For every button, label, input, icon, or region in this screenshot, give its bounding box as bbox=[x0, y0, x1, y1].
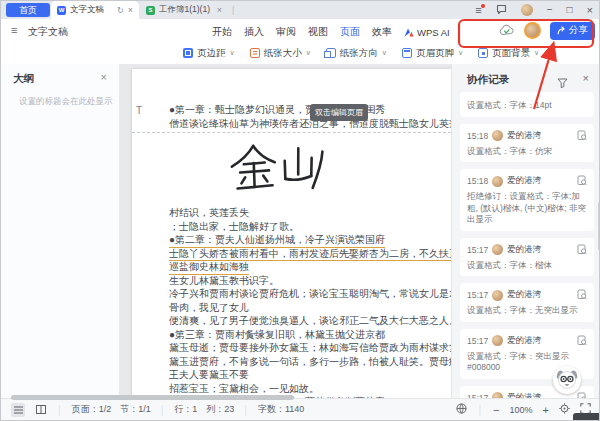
cursor-marker: T bbox=[136, 105, 142, 116]
sync-icon[interactable]: ↻ bbox=[117, 6, 124, 15]
titlebar-user-avatar[interactable] bbox=[521, 4, 533, 16]
document-line[interactable]: 士隐丫头娇杏被雨村看中，雨村发迹后先娶娇杏为二房，不久扶正。雨村因贪酷被革职，给 bbox=[169, 247, 451, 261]
page-background-dropdown[interactable]: 页面背景 ∨ bbox=[478, 47, 539, 60]
tab-document-label: 文字文稿 bbox=[70, 4, 113, 16]
document-line[interactable]: 巡盐御史林如海独 bbox=[169, 260, 451, 274]
paper-size-dropdown[interactable]: 纸张大小 ∨ bbox=[250, 47, 311, 60]
zoom-in-button[interactable]: + bbox=[543, 404, 549, 416]
close-tab-icon[interactable]: × bbox=[217, 5, 222, 15]
close-window-icon[interactable]: × bbox=[587, 5, 593, 16]
zoom-level[interactable]: 100% bbox=[510, 405, 533, 415]
outline-view-toggle-icon[interactable] bbox=[11, 403, 25, 417]
word-count[interactable]: 字数：1140 bbox=[258, 403, 304, 416]
document-line[interactable]: 黛玉母逝；贾母要接外孙女黛玉；林如海写信给贾政为雨村谋求复职。 bbox=[169, 341, 451, 355]
margins-icon bbox=[183, 48, 193, 58]
record-time: 15:17 bbox=[467, 336, 488, 346]
menu-tab[interactable]: 开始 bbox=[212, 25, 232, 39]
document-line[interactable]: ●第三章：贾雨村夤缘复旧职，林黛玉抛父进京都 bbox=[169, 328, 451, 342]
filter-icon[interactable] bbox=[557, 74, 568, 92]
chevron-down-icon: ∨ bbox=[382, 49, 387, 57]
status-bar: │ 页面：1/2 节：1/1 │ 行：1 列：23 │ 字数：1140 │ − … bbox=[1, 398, 599, 420]
record-user: 爱的港湾 bbox=[507, 130, 573, 142]
header-footer-dropdown[interactable]: 页眉页脚 ∨ bbox=[402, 47, 463, 60]
locate-revision-icon[interactable] bbox=[577, 172, 587, 190]
locate-revision-icon[interactable] bbox=[577, 127, 587, 145]
user-avatar bbox=[492, 290, 503, 301]
hamburger-menu-icon[interactable]: ≡ bbox=[11, 24, 17, 36]
document-line[interactable]: 村结识，英莲丢失 bbox=[169, 206, 451, 220]
record-text: 设置格式：字体：楷体 bbox=[467, 260, 587, 272]
document-line[interactable]: 骨肉，我见了女儿 bbox=[169, 301, 451, 315]
wps-ai-logo-icon bbox=[404, 28, 414, 37]
page-view-icon[interactable] bbox=[34, 403, 48, 417]
record-time: 15:18 bbox=[467, 176, 488, 186]
document-line[interactable]: 招惹宝玉；宝黛相会，一见如故。 bbox=[169, 382, 451, 396]
chevron-down-icon: ∨ bbox=[306, 49, 311, 57]
collab-record-card[interactable]: 设置格式：字体：14pt bbox=[460, 92, 594, 117]
focus-mode-icon[interactable] bbox=[559, 403, 570, 416]
collab-record-card[interactable]: 15:18 爱的港湾 设置格式：字体：仿宋 bbox=[460, 124, 594, 163]
document-line[interactable]: 黛玉进贾府，不肯多说一句话，多行一步路，怕被人耻笑。贾母疼爱林黛玉；凤辣子出场； bbox=[169, 355, 451, 369]
record-user: 爱的港湾 bbox=[507, 244, 573, 256]
close-tab-icon[interactable]: × bbox=[128, 5, 133, 15]
margins-dropdown[interactable]: 页边距 ∨ bbox=[183, 47, 235, 60]
writer-doc-icon: W bbox=[57, 6, 66, 15]
account-avatar[interactable] bbox=[524, 22, 541, 39]
menu-tab[interactable]: 页面 bbox=[340, 25, 360, 39]
collab-panel-title: 协作记录 bbox=[467, 73, 509, 87]
record-user: 爱的港湾 bbox=[507, 175, 573, 187]
tab-home[interactable]: 首页 bbox=[6, 3, 50, 17]
menu-tab[interactable]: 插入 bbox=[244, 25, 264, 39]
close-collab-icon[interactable]: × bbox=[583, 72, 589, 84]
menu-tab[interactable]: 视图 bbox=[308, 25, 328, 39]
locate-revision-icon[interactable] bbox=[577, 286, 587, 304]
chevron-down-icon: ∨ bbox=[230, 49, 235, 57]
menu-tab[interactable]: 审阅 bbox=[276, 25, 296, 39]
header-footer-icon bbox=[402, 48, 412, 58]
menu-items: 开始插入审阅视图页面效率 WPS AI bbox=[212, 25, 450, 39]
horizontal-scrollbar[interactable] bbox=[11, 395, 294, 400]
feedback-chat-icon[interactable] bbox=[496, 4, 507, 17]
document-line[interactable]: 生女儿林黛玉教书识字。 bbox=[169, 274, 451, 288]
wps-assistant-mascot[interactable] bbox=[553, 366, 581, 394]
locate-revision-icon[interactable] bbox=[577, 332, 587, 350]
record-user: 爱的港湾 bbox=[507, 289, 573, 301]
record-time: 15:17 bbox=[467, 290, 488, 300]
document-line[interactable]: 冷子兴和贾雨村谈论贾府危机；谈论宝玉聪明淘气，常说女儿是水做的骨肉，男子是泥做的 bbox=[169, 287, 451, 301]
menu-tab-wps-ai[interactable]: WPS AI bbox=[404, 27, 450, 38]
paper-orientation-icon bbox=[326, 48, 336, 58]
tab-document-active[interactable]: W 文字文稿 ↻ × bbox=[51, 1, 139, 19]
minimize-icon[interactable]: − bbox=[547, 5, 553, 15]
share-button[interactable]: 分享 bbox=[550, 22, 595, 40]
spellcheck-language-icon[interactable] bbox=[456, 403, 467, 416]
document-canvas[interactable]: T ●第一章：甄士隐梦幻识通灵，贾雨村风尘怀闺秀僧道谈论绛珠仙草为神瑛侍者还泪之… bbox=[119, 64, 451, 399]
app-menu-icon[interactable]: ≡ bbox=[475, 5, 481, 16]
collab-record-list: 设置格式：字体：14pt 15:18 爱的港湾 设置格式：字体：仿宋 15:18 bbox=[460, 92, 594, 399]
tab-spreadsheet[interactable]: S 工作簿1(1)(1) × bbox=[141, 1, 227, 19]
share-arrow-icon bbox=[557, 26, 566, 35]
handwriting-ink-jinshan[interactable] bbox=[227, 141, 335, 201]
user-avatar bbox=[492, 244, 503, 255]
collab-record-card[interactable]: 15:17 爱的港湾 设置格式：字体：楷体 bbox=[460, 238, 594, 277]
menu-tab[interactable]: 效率 bbox=[372, 25, 392, 39]
tab-spreadsheet-label: 工作簿1(1)(1) bbox=[159, 4, 213, 16]
collab-record-card[interactable]: 15:17 爱的港湾 设置格式：字体：无突出显示 bbox=[460, 283, 594, 322]
document-line[interactable]: ●第二章：贾夫人仙逝扬州城，冷子兴演说荣国府 bbox=[169, 233, 451, 247]
cloud-saved-icon[interactable] bbox=[499, 22, 515, 40]
line-number: 行：1 bbox=[174, 403, 197, 416]
locate-revision-icon[interactable] bbox=[577, 241, 587, 259]
column-number: 列：23 bbox=[206, 403, 234, 416]
document-line[interactable]: ；士隐出家，士隐解好了歌。 bbox=[169, 220, 451, 234]
maximize-icon[interactable]: □ bbox=[567, 5, 573, 15]
paper-orientation-dropdown[interactable]: 纸张方向 ∨ bbox=[326, 47, 387, 60]
zoom-out-button[interactable]: − bbox=[493, 404, 499, 416]
collab-record-card[interactable]: 15:18 爱的港湾 拒绝修订：设置格式：字体:加粗, (默认)楷体, (中文)… bbox=[460, 169, 594, 231]
document-line[interactable]: 王夫人要黛玉不要 bbox=[169, 368, 451, 382]
outline-placeholder: 设置的标题会在此处显示 bbox=[19, 96, 113, 108]
user-avatar bbox=[492, 130, 503, 141]
document-page[interactable]: T ●第一章：甄士隐梦幻识通灵，贾雨村风尘怀闺秀僧道谈论绛珠仙草为神瑛侍者还泪之… bbox=[132, 69, 451, 399]
document-line[interactable]: 便清爽，见了男子便觉浊臭逼人，谈论邪正二气及大仁大恶之人。 bbox=[169, 314, 451, 328]
close-outline-icon[interactable]: × bbox=[101, 71, 107, 83]
page-count: 页面：1/2 bbox=[72, 403, 112, 416]
record-time: 15:17 bbox=[467, 245, 488, 255]
